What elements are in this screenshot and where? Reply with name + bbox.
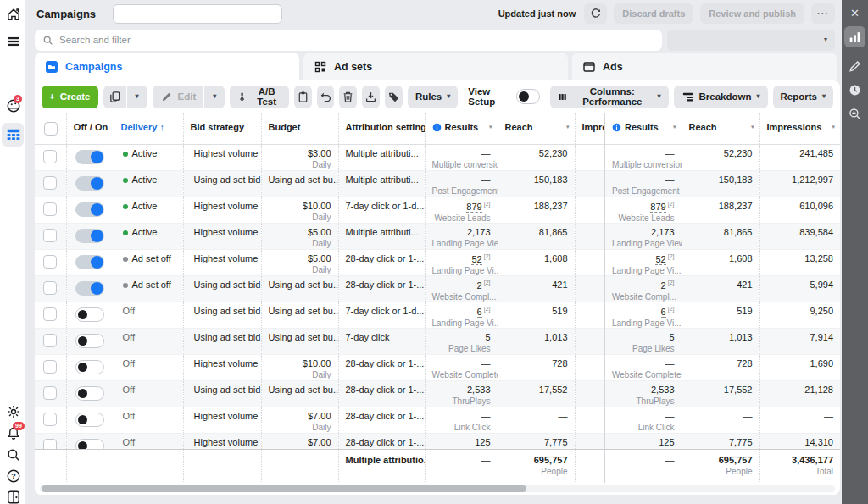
row-checkbox[interactable]	[43, 386, 57, 400]
ab-test-button[interactable]: A/B Test	[230, 86, 289, 108]
table-row: OffHighest volume$7.0028-day click or 1-…	[35, 434, 840, 449]
undo-button[interactable]	[317, 86, 335, 108]
chevron-down-icon: ▾	[673, 124, 676, 130]
results-footnote: [2]	[668, 306, 675, 312]
row-toggle[interactable]	[75, 386, 104, 401]
row-toggle[interactable]	[75, 334, 104, 348]
cell-budget: $5.00Daily	[261, 224, 338, 250]
close-icon[interactable]: ✕	[848, 6, 862, 20]
header-budget[interactable]: Budget	[261, 113, 338, 144]
select-all-header[interactable]	[35, 113, 66, 144]
search-and-filter-input[interactable]	[59, 35, 654, 45]
header-delivery[interactable]: Delivery ↑	[114, 113, 183, 144]
table-row: OffUsing ad set bid...Using ad set bu...…	[35, 381, 840, 407]
search-bar[interactable]	[35, 30, 662, 51]
tab-ads[interactable]: Ads	[572, 53, 837, 80]
row-checkbox[interactable]	[43, 150, 57, 163]
discard-drafts-button[interactable]: Discard drafts	[614, 3, 693, 24]
review-and-publish-button[interactable]: Review and publish	[700, 3, 804, 24]
row-checkbox[interactable]	[43, 255, 57, 269]
scrollbar-thumb[interactable]	[42, 485, 526, 492]
export-button[interactable]	[362, 86, 380, 108]
row-checkbox[interactable]	[43, 439, 57, 449]
campaign-name-input[interactable]	[113, 4, 282, 24]
breakdown-button[interactable]: Breakdown ▾	[674, 86, 768, 108]
tab-campaigns[interactable]: Campaigns	[35, 53, 299, 80]
help-icon[interactable]: ?	[6, 468, 21, 484]
settings-gear-icon[interactable]	[6, 404, 21, 419]
row-checkbox[interactable]	[43, 307, 57, 321]
header-results-2[interactable]: Results▾	[604, 113, 682, 144]
cell-reach-2: 1,013	[682, 329, 760, 355]
campaigns-table-icon[interactable]	[6, 127, 21, 142]
row-toggle[interactable]	[75, 307, 104, 322]
row-checkbox[interactable]	[43, 176, 57, 190]
row-checkbox[interactable]	[43, 229, 57, 242]
header-attribution[interactable]: Attribution setting	[338, 113, 425, 144]
duplicate-caret-button[interactable]: ▾	[127, 86, 147, 108]
row-checkbox[interactable]	[43, 334, 57, 347]
collapse-sidebar-icon[interactable]	[6, 490, 21, 504]
header-impressions-2[interactable]: Impressions▾	[760, 113, 840, 144]
columns-button[interactable]: Columns: Performance ▾	[550, 86, 669, 108]
rules-button[interactable]: Rules ▾	[408, 86, 458, 108]
reports-label: Reports	[781, 91, 817, 102]
filter-preset-dropdown[interactable]: ▾	[667, 30, 835, 51]
row-toggle[interactable]	[75, 413, 104, 427]
more-options-button[interactable]: ···	[811, 3, 835, 24]
header-reach-2[interactable]: Reach▾	[682, 113, 760, 144]
table-row: OffHighest volume$7.00Daily28-day click …	[35, 407, 840, 434]
sort-up-icon: ↑	[159, 122, 164, 132]
row-checkbox[interactable]	[43, 413, 57, 426]
cell-delivery: Active	[114, 171, 183, 197]
tab-ad-sets[interactable]: Ad sets	[303, 53, 568, 80]
header-impressions-clipped[interactable]: Impre	[575, 113, 604, 144]
clipboard-button[interactable]	[294, 86, 312, 108]
row-checkbox[interactable]	[43, 360, 57, 374]
cell-impressions-clipped	[575, 224, 604, 250]
home-icon[interactable]	[6, 7, 21, 22]
select-all-checkbox[interactable]	[44, 122, 58, 136]
duplicate-button-group: ▾	[103, 86, 147, 108]
refresh-button[interactable]	[584, 3, 607, 24]
row-toggle[interactable]	[75, 255, 104, 269]
charts-icon[interactable]	[848, 30, 862, 44]
row-toggle[interactable]	[75, 439, 104, 449]
row-toggle[interactable]	[75, 229, 104, 243]
right-tools-rail: ✕	[842, 0, 868, 504]
scrollbar-track[interactable]	[40, 485, 835, 492]
view-setup-toggle[interactable]	[516, 89, 539, 104]
duplicate-button[interactable]	[103, 86, 126, 108]
menu-icon[interactable]	[6, 34, 21, 49]
delete-button[interactable]	[339, 86, 357, 108]
search-icon[interactable]	[6, 447, 21, 462]
cell-reach: 52,230	[498, 145, 575, 171]
campaigns-table-card: + Create ▾ Edit ▾ A/B Test	[35, 80, 840, 495]
create-button[interactable]: + Create	[42, 86, 98, 108]
row-toggle[interactable]	[75, 150, 104, 164]
cell-results-2: —Multiple conversions	[604, 145, 682, 171]
history-clock-icon[interactable]	[848, 83, 862, 97]
tag-button[interactable]	[385, 86, 403, 108]
row-toggle[interactable]	[75, 202, 104, 217]
cell-reach-2: 150,183	[682, 171, 760, 197]
header-reach[interactable]: Reach▾	[498, 113, 575, 144]
toggle-knob	[91, 177, 103, 190]
edit-tool-icon[interactable]	[848, 59, 862, 74]
cell-off-on	[66, 171, 114, 197]
edit-button[interactable]: Edit	[153, 86, 204, 108]
header-results[interactable]: Results▾	[425, 113, 498, 144]
reports-button[interactable]: Reports ▾	[773, 86, 833, 108]
header-bid-strategy[interactable]: Bid strategy	[183, 113, 261, 144]
row-toggle[interactable]	[75, 281, 104, 296]
tag-icon	[387, 91, 400, 103]
zoom-search-icon[interactable]	[848, 107, 862, 121]
cell-results: —Post Engagement	[425, 171, 498, 197]
edit-caret-button[interactable]: ▾	[204, 86, 225, 108]
row-checkbox[interactable]	[43, 202, 57, 216]
row-checkbox[interactable]	[43, 281, 57, 295]
row-toggle[interactable]	[75, 176, 104, 191]
row-toggle[interactable]	[75, 360, 104, 374]
cell-bid-strategy: Highest volume	[183, 250, 261, 276]
cell-delivery: Off	[114, 355, 183, 381]
